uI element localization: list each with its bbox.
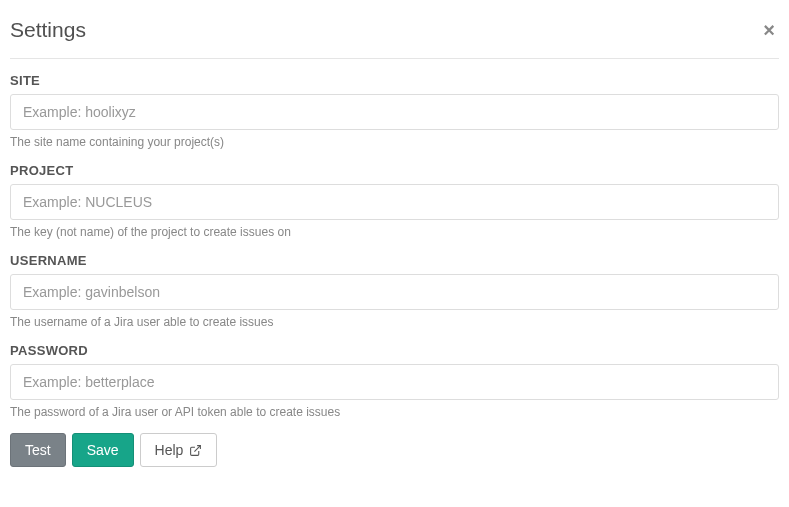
- site-help: The site name containing your project(s): [10, 135, 779, 149]
- site-input[interactable]: [10, 94, 779, 130]
- site-label: SITE: [10, 73, 779, 88]
- modal-header: Settings ×: [10, 10, 779, 59]
- username-group: USERNAME The username of a Jira user abl…: [10, 253, 779, 329]
- modal-body: SITE The site name containing your proje…: [10, 59, 779, 467]
- button-row: Test Save Help: [10, 433, 779, 467]
- password-label: PASSWORD: [10, 343, 779, 358]
- save-button[interactable]: Save: [72, 433, 134, 467]
- modal-title: Settings: [10, 18, 86, 42]
- project-group: PROJECT The key (not name) of the projec…: [10, 163, 779, 239]
- username-help: The username of a Jira user able to crea…: [10, 315, 779, 329]
- username-input[interactable]: [10, 274, 779, 310]
- settings-modal: Settings × SITE The site name containing…: [0, 0, 789, 477]
- password-input[interactable]: [10, 364, 779, 400]
- project-input[interactable]: [10, 184, 779, 220]
- project-label: PROJECT: [10, 163, 779, 178]
- test-button[interactable]: Test: [10, 433, 66, 467]
- project-help: The key (not name) of the project to cre…: [10, 225, 779, 239]
- password-group: PASSWORD The password of a Jira user or …: [10, 343, 779, 419]
- username-label: USERNAME: [10, 253, 779, 268]
- svg-line-0: [195, 445, 201, 451]
- external-link-icon: [189, 444, 202, 457]
- site-group: SITE The site name containing your proje…: [10, 73, 779, 149]
- close-button[interactable]: ×: [759, 20, 779, 40]
- help-button-label: Help: [155, 442, 184, 458]
- help-button[interactable]: Help: [140, 433, 218, 467]
- password-help: The password of a Jira user or API token…: [10, 405, 779, 419]
